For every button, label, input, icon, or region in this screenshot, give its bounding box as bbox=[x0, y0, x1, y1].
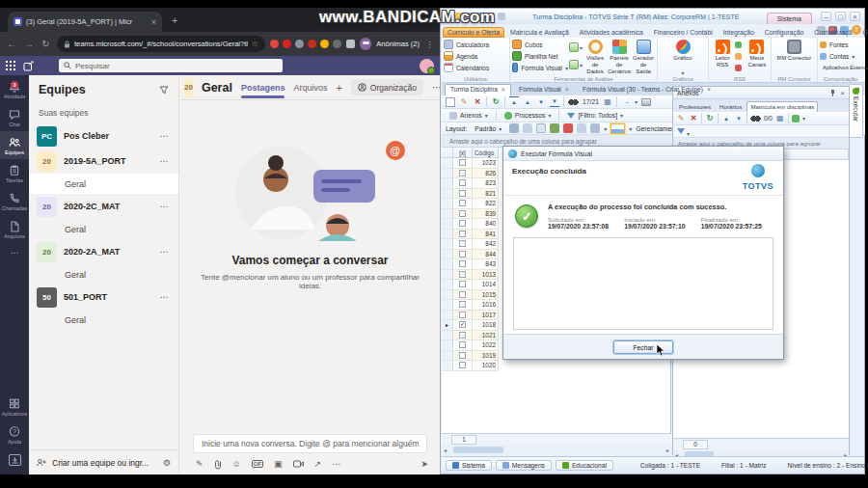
format-icon[interactable]: ✎ bbox=[196, 458, 203, 470]
status-button[interactable]: Sistema bbox=[446, 460, 492, 471]
checkbox-column-header[interactable]: [x] bbox=[453, 148, 473, 158]
organizacao-button[interactable]: Organização bbox=[351, 79, 423, 95]
row-checkbox[interactable] bbox=[459, 281, 466, 287]
bookmark-icon[interactable]: ☆ bbox=[252, 40, 258, 48]
ribbon-tab[interactable]: Integração bbox=[719, 27, 759, 38]
ribbon-tab[interactable]: Configuração bbox=[760, 27, 808, 38]
row-checkbox[interactable] bbox=[459, 362, 466, 368]
filter-icon[interactable] bbox=[677, 128, 685, 134]
profile-avatar[interactable] bbox=[360, 38, 372, 50]
add-tab-icon[interactable]: + bbox=[336, 82, 341, 94]
aplicativos-externos-button[interactable]: Aplicativos Externos bbox=[820, 65, 861, 71]
table-row[interactable]: 839 bbox=[442, 209, 499, 220]
table-row[interactable]: 823 bbox=[442, 178, 499, 189]
address-bar[interactable]: teams.microsoft.com/_#/school/conversati… bbox=[57, 36, 265, 52]
user-avatar[interactable] bbox=[420, 59, 434, 73]
share-icon[interactable]: ↗ bbox=[314, 458, 322, 470]
rss-add-icon[interactable] bbox=[735, 41, 742, 48]
fontes-button[interactable]: Fontes bbox=[820, 41, 861, 48]
new-record-icon[interactable] bbox=[446, 97, 455, 107]
forward-button[interactable]: → bbox=[23, 39, 36, 49]
refresh-icon[interactable]: ↻ bbox=[491, 97, 501, 107]
compose-more-icon[interactable]: ⋯ bbox=[332, 458, 340, 470]
restore-button[interactable]: □ bbox=[835, 12, 846, 21]
prev-icon[interactable]: ▲ bbox=[721, 114, 731, 123]
sticker-icon[interactable]: ▣ bbox=[274, 458, 283, 470]
team-item[interactable]: 20 2020-2A_MAT bbox=[29, 239, 178, 264]
row-checkbox[interactable] bbox=[459, 170, 466, 176]
dropdown-icon[interactable] bbox=[635, 98, 637, 105]
team-item[interactable]: 20 2020-2C_MAT bbox=[29, 194, 178, 219]
reload-button[interactable]: ↻ bbox=[40, 39, 52, 49]
row-checkbox[interactable] bbox=[459, 332, 466, 339]
table-row[interactable]: 1017 bbox=[442, 311, 499, 321]
team-item[interactable]: 50 501_PORT bbox=[29, 285, 178, 310]
table-row[interactable]: 1023 bbox=[442, 158, 499, 169]
new-tab-button[interactable]: + bbox=[172, 14, 177, 26]
gerador-de-saida-button[interactable]: Gerador de Saída bbox=[632, 39, 655, 75]
row-checkbox[interactable] bbox=[459, 251, 466, 258]
extension-icon[interactable] bbox=[333, 40, 341, 48]
row-checkbox[interactable] bbox=[459, 200, 466, 206]
rail-item-arquivos[interactable]: Arquivos bbox=[0, 215, 29, 243]
row-checkbox[interactable] bbox=[459, 312, 466, 318]
refresh-icon[interactable]: ↻ bbox=[705, 114, 715, 123]
table-row[interactable]: 1021 bbox=[442, 331, 499, 341]
rail-more-icon[interactable]: ⋯ bbox=[0, 243, 29, 261]
edit-record-icon[interactable]: ✎ bbox=[459, 97, 469, 107]
scroll-left-icon[interactable] bbox=[444, 447, 447, 453]
close-icon[interactable] bbox=[707, 86, 711, 95]
emoji-icon[interactable]: ☺ bbox=[232, 458, 241, 470]
channel-item-geral[interactable]: Geral bbox=[29, 219, 178, 239]
team-more-icon[interactable] bbox=[157, 202, 171, 211]
row-checkbox[interactable] bbox=[459, 352, 466, 359]
close-icon[interactable] bbox=[565, 86, 569, 95]
table-row[interactable]: 1020 bbox=[442, 361, 499, 371]
row-checkbox[interactable] bbox=[459, 190, 466, 197]
delete-record-icon[interactable]: ✕ bbox=[473, 97, 482, 107]
extension-icon[interactable] bbox=[320, 40, 329, 48]
table-row[interactable]: 842 bbox=[442, 239, 499, 250]
rss-config-icon[interactable] bbox=[735, 53, 742, 60]
message-input[interactable]: Inicie uma nova conversa. Digite @ para … bbox=[193, 434, 427, 453]
layout-green-icon[interactable] bbox=[550, 123, 559, 133]
table-row[interactable]: 1013 bbox=[442, 270, 499, 281]
team-more-icon[interactable] bbox=[157, 247, 171, 257]
close-panel-icon[interactable] bbox=[840, 89, 845, 97]
table-row[interactable]: 1014 bbox=[442, 280, 499, 290]
table-row[interactable]: 1016 bbox=[442, 300, 499, 311]
ribbon-tab[interactable]: Customizaçã bbox=[809, 27, 856, 38]
row-checkbox[interactable]: ✓ bbox=[459, 321, 466, 328]
contas-button[interactable]: Contas bbox=[820, 53, 861, 60]
next-icon[interactable]: ▼ bbox=[734, 114, 744, 123]
status-button[interactable]: Educacional bbox=[556, 460, 613, 471]
filtro-button[interactable]: [Filtro: Todos] bbox=[563, 110, 627, 121]
layout-info-icon[interactable] bbox=[590, 123, 600, 133]
extension-icon[interactable] bbox=[283, 40, 291, 48]
search-records-icon[interactable] bbox=[568, 98, 579, 106]
table-row[interactable]: 841 bbox=[442, 230, 499, 240]
table-row[interactable]: 843 bbox=[442, 259, 499, 270]
rss-remove-icon[interactable] bbox=[735, 65, 742, 71]
scroll-thumb[interactable] bbox=[453, 447, 503, 453]
row-checkbox[interactable] bbox=[459, 230, 466, 237]
table-row[interactable]: 821 bbox=[442, 189, 499, 200]
delete-icon[interactable]: ✕ bbox=[689, 114, 698, 123]
status-button[interactable]: Mensagens bbox=[496, 460, 552, 471]
rail-item-aplicativos[interactable]: Aplicativos bbox=[0, 393, 29, 420]
new-chat-icon[interactable] bbox=[23, 61, 34, 71]
table-row[interactable]: 844 bbox=[442, 250, 499, 260]
quick-access-copy-icon[interactable] bbox=[498, 13, 505, 20]
table-row[interactable]: 826 bbox=[442, 169, 499, 179]
gif-icon[interactable]: GIF bbox=[252, 460, 263, 468]
dropdown-icon[interactable] bbox=[604, 125, 607, 132]
ribbon-tab[interactable]: Matrícula e Avaliaçã bbox=[505, 27, 574, 38]
team-more-icon[interactable] bbox=[157, 292, 171, 302]
search-icon[interactable] bbox=[750, 115, 761, 122]
table-row[interactable]: 1015 bbox=[442, 290, 499, 301]
close-icon[interactable] bbox=[502, 86, 505, 95]
import-doc-button[interactable] bbox=[569, 60, 583, 69]
extensions-puzzle-icon[interactable] bbox=[346, 40, 355, 48]
executar-side-tab[interactable]: Executar bbox=[850, 84, 863, 138]
edit-icon[interactable]: ✎ bbox=[676, 114, 686, 123]
